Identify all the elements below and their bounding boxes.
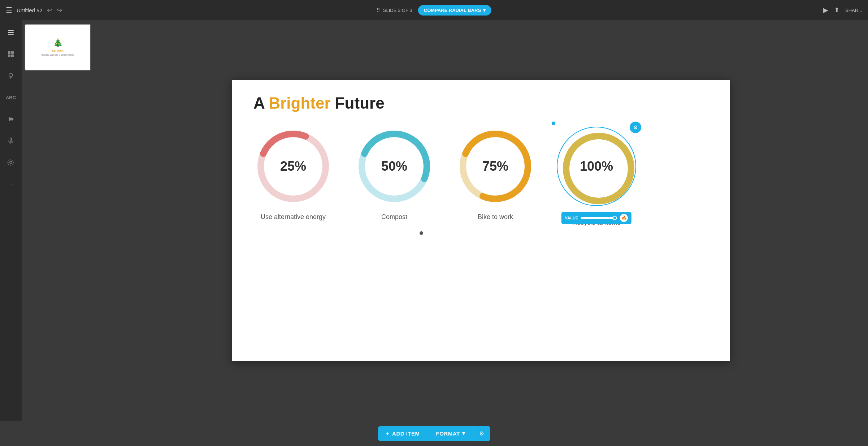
share-label: SHAR... [845, 8, 862, 13]
slide-panel: 🎄 Solution show how you intend to a bett… [22, 20, 94, 421]
svg-rect-2 [8, 34, 14, 35]
svg-point-15 [10, 161, 12, 163]
menu-icon[interactable]: ☰ [6, 6, 12, 14]
value-icon: 🔥 [620, 214, 628, 222]
add-item-icon: + [386, 430, 389, 437]
add-item-label: ADD ITEM [392, 430, 420, 437]
left-sidebar: ABC ··· [0, 20, 22, 421]
slide-title: A Brighter Future [253, 94, 708, 112]
format-label: FORMAT [436, 430, 460, 437]
topbar: ☰ Untitled #2 ↩ ↪ ⠿ SLIDE 3 OF 3 COMPARE… [0, 0, 868, 20]
chart-4-wrapper: ⚙ 100% VALUE [557, 127, 636, 206]
add-item-button[interactable]: + ADD ITEM [378, 426, 428, 441]
topbar-right: ▶ ⬆ SHAR... [823, 6, 862, 14]
value-label: VALUE [565, 216, 578, 220]
donut-label-4: 100% [580, 159, 613, 174]
donut-container-1: 25% [253, 127, 333, 206]
redo-button[interactable]: ↪ [57, 6, 62, 14]
chart-item-4[interactable]: ⚙ 100% VALUE [557, 127, 636, 227]
slide-canvas[interactable]: A Brighter Future 25% Use alternative en… [232, 80, 730, 361]
donut-label-1: 25% [280, 159, 306, 174]
svg-rect-13 [10, 138, 12, 141]
title-prefix: A [253, 94, 269, 112]
svg-rect-4 [11, 51, 14, 54]
sidebar-icon-layouts[interactable] [4, 48, 17, 61]
document-title[interactable]: Untitled #2 [17, 7, 43, 13]
slider-thumb[interactable] [613, 216, 617, 220]
chart-item-1[interactable]: 25% Use alternative energy [253, 127, 333, 221]
sidebar-icon-text[interactable]: ABC [4, 91, 17, 104]
chart-caption-2: Compost [381, 213, 407, 221]
charts-row: 25% Use alternative energy 50% Compost [253, 127, 708, 227]
svg-rect-3 [8, 51, 10, 54]
bottom-toolbar: + ADD ITEM FORMAT ▾ ⚙ [0, 421, 868, 446]
toolbar-settings-button[interactable]: ⚙ [473, 426, 490, 441]
title-highlight: Brighter [269, 94, 330, 112]
sidebar-icon-more[interactable]: ··· [4, 178, 17, 191]
slide-thumbnail[interactable]: 🎄 Solution show how you intend to a bett… [25, 24, 91, 71]
selection-handle-tl [552, 122, 555, 125]
donut-container-2: 50% [355, 127, 434, 206]
compare-btn-label: COMPARE RADIAL BARS [424, 8, 481, 13]
donut-container-4: 100% [557, 127, 636, 206]
compare-radial-bars-button[interactable]: COMPARE RADIAL BARS ▾ [418, 5, 491, 16]
donut-container-3: 75% [456, 127, 535, 206]
cursor [420, 231, 423, 235]
canvas-area: A Brighter Future 25% Use alternative en… [94, 20, 868, 421]
slider-track[interactable] [581, 217, 617, 219]
slide-thumb-inner: 🎄 Solution show how you intend to a bett… [28, 27, 87, 67]
format-button[interactable]: FORMAT ▾ [428, 426, 473, 441]
toolbar-settings-icon: ⚙ [479, 430, 484, 437]
sidebar-icon-ideas[interactable] [4, 69, 17, 82]
thumb-tree-icon: 🎄 [53, 38, 63, 48]
chart-caption-3: Bike to work [478, 213, 513, 221]
title-suffix: Future [331, 94, 385, 112]
svg-rect-6 [11, 54, 14, 57]
slide-indicator: ⠿ SLIDE 3 OF 3 [377, 8, 412, 13]
grid-icon: ⠿ [377, 8, 380, 13]
share-button[interactable]: ⬆ [834, 6, 839, 14]
topbar-center: ⠿ SLIDE 3 OF 3 COMPARE RADIAL BARS ▾ [377, 5, 491, 16]
svg-rect-0 [8, 30, 14, 31]
main-layout: ABC ··· 🎄 [0, 20, 868, 421]
donut-label-3: 75% [482, 159, 508, 174]
sidebar-icon-animations[interactable] [4, 113, 17, 126]
format-arrow: ▾ [462, 430, 465, 437]
sidebar-icon-menu[interactable] [4, 26, 17, 39]
sidebar-icon-audio[interactable] [4, 134, 17, 147]
compare-btn-arrow: ▾ [483, 8, 486, 13]
chart-item-2[interactable]: 50% Compost [355, 127, 434, 221]
slider-fill [581, 217, 617, 219]
chart-item-3[interactable]: 75% Bike to work [456, 127, 535, 221]
topbar-left: ☰ Untitled #2 ↩ ↪ [6, 6, 62, 14]
donut-label-2: 50% [381, 159, 407, 174]
slide-indicator-text: SLIDE 3 OF 3 [383, 8, 412, 13]
svg-marker-12 [12, 117, 14, 121]
svg-rect-1 [8, 32, 14, 33]
play-button[interactable]: ▶ [823, 6, 828, 14]
chart-settings-icon[interactable]: ⚙ [630, 122, 641, 133]
undo-button[interactable]: ↩ [47, 6, 52, 14]
thumb-body-text: show how you intend to a better solution… [42, 54, 74, 56]
thumb-solution-label: Solution [52, 49, 64, 52]
value-slider-popup[interactable]: VALUE 🔥 [561, 212, 632, 224]
sidebar-icon-settings[interactable] [4, 156, 17, 169]
chart-caption-1: Use alternative energy [261, 213, 326, 221]
svg-point-7 [9, 73, 13, 77]
svg-rect-5 [8, 54, 10, 57]
